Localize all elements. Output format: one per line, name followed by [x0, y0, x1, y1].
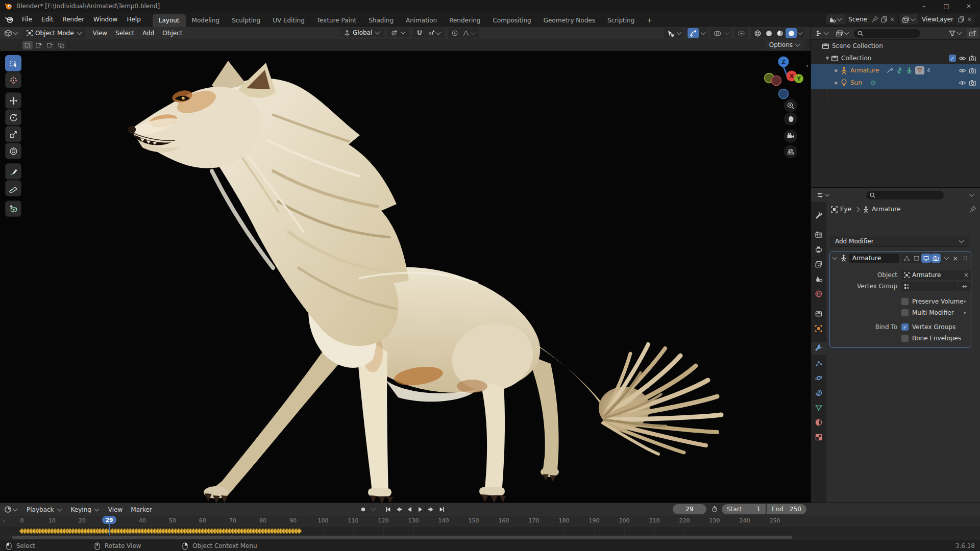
- select-mode-new[interactable]: [22, 41, 33, 49]
- tab-scripting[interactable]: Scripting: [601, 14, 641, 27]
- prev-keyframe-button[interactable]: [394, 504, 404, 514]
- hide-viewport-icon[interactable]: [959, 55, 966, 62]
- close-button[interactable]: ×: [958, 0, 980, 12]
- properties-tab-particles[interactable]: [811, 357, 826, 370]
- start-frame-field[interactable]: Start1: [722, 504, 766, 514]
- scene-browse-button[interactable]: [826, 14, 845, 24]
- jump-to-start-button[interactable]: [383, 504, 394, 514]
- scene-unlink-icon[interactable]: ×: [890, 16, 895, 23]
- scene-name-field[interactable]: Scene ×: [845, 14, 898, 24]
- properties-tab-texture[interactable]: [811, 431, 826, 444]
- tab-modeling[interactable]: Modeling: [186, 14, 226, 27]
- disclosure-open-icon[interactable]: ▼: [824, 56, 830, 61]
- ortho-grid-button[interactable]: [784, 145, 797, 158]
- modifier-cage-toggle[interactable]: [912, 254, 921, 263]
- vertex-group-field[interactable]: [901, 282, 957, 291]
- properties-tab-render[interactable]: [811, 228, 826, 241]
- tab-animation[interactable]: Animation: [400, 14, 443, 27]
- tool-rotate[interactable]: [5, 109, 21, 126]
- outliner-row-armature[interactable]: ▶Armature4: [811, 64, 980, 77]
- proportional-edit-toggle[interactable]: [449, 28, 460, 38]
- next-keyframe-button[interactable]: [426, 504, 436, 514]
- show-gizmo-toggle[interactable]: [688, 28, 699, 38]
- collection-checkbox[interactable]: ✓: [949, 55, 956, 62]
- timeline-keyframe-track[interactable]: [0, 527, 980, 535]
- menu-view[interactable]: View: [89, 28, 111, 38]
- modifier-delete-icon[interactable]: ×: [951, 255, 959, 262]
- timeline-editor-type-button[interactable]: [2, 505, 20, 515]
- multi-modifier-decorator[interactable]: [964, 312, 966, 314]
- sidebar-collapse-arrow[interactable]: ‹: [806, 62, 808, 69]
- properties-tab-tool[interactable]: [811, 208, 826, 221]
- shading-options-chevron[interactable]: [798, 30, 803, 35]
- pan-hand-button[interactable]: [784, 112, 797, 126]
- timeline-menu-marker[interactable]: Marker: [127, 505, 156, 515]
- timeline-menu-view[interactable]: View: [104, 505, 127, 515]
- hide-viewport-icon[interactable]: [959, 79, 966, 87]
- editor-type-button[interactable]: [2, 28, 21, 38]
- properties-editor-type-button[interactable]: [814, 190, 832, 200]
- jump-to-end-button[interactable]: [436, 504, 447, 514]
- autokey-options-chevron[interactable]: [369, 504, 378, 514]
- properties-tab-world[interactable]: [811, 287, 826, 300]
- outliner-row-sun[interactable]: ▶Sun: [811, 77, 980, 89]
- outliner-row-scene-collection[interactable]: Scene Collection: [811, 40, 980, 52]
- menu-add[interactable]: Add: [138, 28, 158, 38]
- tab-texture-paint[interactable]: Texture Paint: [311, 14, 362, 27]
- properties-tab-physics[interactable]: [811, 371, 826, 385]
- orientation-dropdown[interactable]: Global: [340, 28, 384, 37]
- object-clear-icon[interactable]: ×: [964, 271, 969, 279]
- properties-search-input[interactable]: [866, 191, 944, 199]
- disable-render-icon[interactable]: [969, 67, 976, 74]
- modifier-extras-chevron[interactable]: [944, 255, 949, 260]
- outliner-editor-type-button[interactable]: [813, 28, 831, 38]
- invert-vertex-group-button[interactable]: ↔: [958, 282, 971, 291]
- disable-render-icon[interactable]: [969, 55, 976, 62]
- properties-tab-view-layer[interactable]: [811, 258, 826, 271]
- autokey-record-button[interactable]: [357, 504, 369, 514]
- breadcrumb-pin-icon[interactable]: [969, 206, 976, 213]
- outliner-filter-button[interactable]: [946, 28, 965, 38]
- properties-tab-output[interactable]: [811, 243, 826, 256]
- outliner-display-mode-button[interactable]: [834, 28, 852, 38]
- play-button[interactable]: [415, 504, 426, 514]
- menu-select[interactable]: Select: [111, 28, 138, 38]
- timeline-ruler[interactable]: 0102030405060708090100110120130140150160…: [0, 516, 980, 527]
- properties-tab-modifiers[interactable]: [811, 342, 826, 355]
- properties-tab-object[interactable]: [811, 322, 826, 335]
- menu-help[interactable]: Help: [122, 14, 145, 25]
- timeline-expander-arrow[interactable]: ›: [3, 517, 5, 524]
- menu-render[interactable]: Render: [58, 14, 89, 25]
- snap-mode-dropdown[interactable]: [425, 28, 444, 38]
- falloff-dropdown[interactable]: [460, 28, 478, 38]
- pivot-dropdown[interactable]: [387, 28, 409, 37]
- new-collection-button[interactable]: [967, 28, 978, 38]
- tool-move[interactable]: [5, 92, 21, 109]
- tab-geometry-nodes[interactable]: Geometry Nodes: [537, 14, 601, 27]
- mode-dropdown[interactable]: Object Mode: [23, 29, 86, 38]
- tab-compositing[interactable]: Compositing: [486, 14, 537, 27]
- tab-uv-editing[interactable]: UV Editing: [266, 14, 311, 27]
- viewlayer-remove-icon[interactable]: ×: [967, 16, 972, 23]
- breadcrumb-modifier-name[interactable]: Armature: [872, 206, 900, 213]
- end-frame-field[interactable]: End250: [767, 504, 806, 514]
- snap-toggle[interactable]: [414, 28, 425, 38]
- shading-rendered-toggle[interactable]: [786, 28, 797, 38]
- navigation-gizmo[interactable]: Z X Y: [755, 52, 811, 101]
- viewport-3d[interactable]: Z X Y ‹: [0, 51, 811, 503]
- blender-menu-logo-icon[interactable]: [4, 15, 14, 24]
- timeline-menu-playback[interactable]: Playback: [22, 505, 67, 515]
- properties-tab-constraints[interactable]: [811, 386, 826, 399]
- tool-annotate[interactable]: [5, 163, 21, 180]
- disclosure-closed-icon[interactable]: ▶: [834, 68, 840, 73]
- select-mode-subtract[interactable]: [45, 41, 55, 49]
- preserve-volume-checkbox[interactable]: [901, 298, 909, 305]
- menu-object[interactable]: Object: [158, 28, 186, 38]
- add-workspace-button[interactable]: +: [641, 14, 658, 27]
- select-mode-extend[interactable]: [34, 41, 44, 49]
- xray-toggle[interactable]: [734, 28, 748, 38]
- preserve-volume-decorator[interactable]: [964, 300, 966, 303]
- tool-add-cube[interactable]: [5, 201, 21, 217]
- modifier-drag-handle[interactable]: [962, 255, 969, 262]
- options-dropdown[interactable]: Options: [766, 40, 804, 49]
